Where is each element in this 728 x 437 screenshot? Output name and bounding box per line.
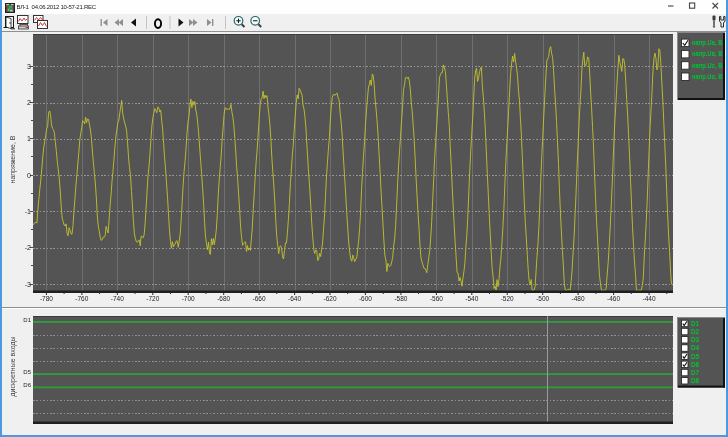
svg-text:D6: D6 <box>691 361 700 368</box>
svg-text:D5: D5 <box>691 353 700 360</box>
svg-text:напр.Uв, В: напр.Uв, В <box>692 50 723 58</box>
svg-text:D7: D7 <box>691 369 700 376</box>
svg-text:напр.Ua, В: напр.Ua, В <box>692 39 723 47</box>
svg-text:напр.Uс, В: напр.Uс, В <box>692 61 723 69</box>
svg-text:D1: D1 <box>691 320 700 327</box>
svg-text:D4: D4 <box>691 345 700 352</box>
svg-text:D8: D8 <box>691 377 700 384</box>
svg-text:D2: D2 <box>691 328 700 335</box>
svg-text:напр.Uо, В: напр.Uо, В <box>692 73 723 81</box>
svg-text:D3: D3 <box>691 336 700 343</box>
